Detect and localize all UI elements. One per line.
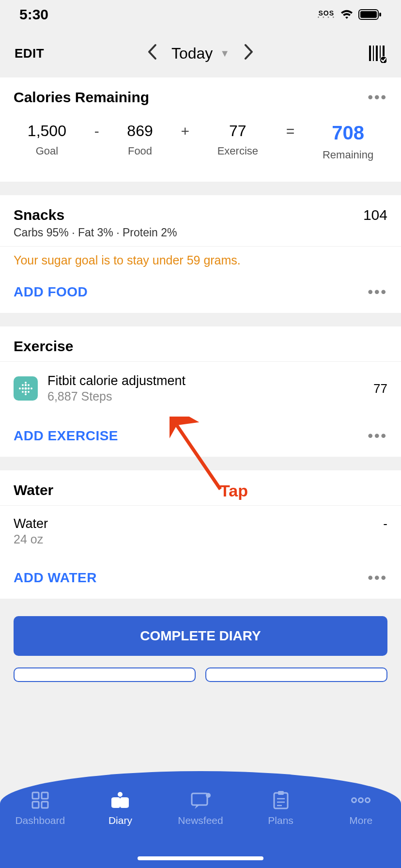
status-icons: SOS • • • •	[318, 9, 382, 20]
home-indicator[interactable]	[138, 856, 263, 860]
dashboard-icon	[31, 790, 50, 810]
svg-rect-23	[32, 792, 39, 799]
diary-icon	[109, 790, 131, 810]
edit-button[interactable]: EDIT	[15, 46, 44, 61]
snacks-macros: Carbs 95% · Fat 3% · Protein 2%	[14, 226, 363, 239]
outline-button-2[interactable]	[205, 667, 387, 682]
calories-card: Calories Remaining ••• 1,500 Goal - 869 …	[0, 78, 401, 182]
exercise-name: Fitbit calorie adjustment	[47, 373, 364, 388]
water-more-icon[interactable]: •••	[368, 570, 387, 586]
cal-food-value: 869	[127, 122, 153, 140]
wifi-icon	[340, 9, 354, 20]
exercise-title: Exercise	[14, 338, 73, 355]
exercise-detail: 6,887 Steps	[47, 389, 364, 403]
cal-remaining-label: Remaining	[323, 149, 373, 161]
tab-newsfeed-label: Newsfeed	[178, 815, 223, 826]
chevron-right-icon[interactable]	[244, 43, 254, 64]
cal-goal: 1,500 Goal	[28, 122, 66, 157]
cal-goal-value: 1,500	[28, 122, 66, 140]
svg-rect-4	[373, 46, 374, 61]
snacks-section: Snacks Carbs 95% · Fat 3% · Protein 2% 1…	[0, 195, 401, 313]
complete-section: COMPLETE DIARY	[0, 599, 401, 692]
svg-point-15	[22, 388, 24, 389]
barcode-scan-icon[interactable]	[367, 44, 386, 63]
plans-icon	[272, 790, 290, 810]
snacks-more-icon[interactable]: •••	[368, 284, 387, 300]
svg-point-18	[31, 388, 32, 389]
tab-dashboard[interactable]: Dashboard	[6, 790, 74, 826]
complete-diary-button[interactable]: COMPLETE DIARY	[14, 616, 387, 656]
sugar-warning: Your sugar goal is to stay under 59 gram…	[0, 246, 401, 271]
water-item[interactable]: Water 24 oz -	[0, 505, 401, 557]
chevron-left-icon[interactable]	[147, 43, 157, 64]
svg-point-11	[22, 384, 24, 386]
water-section: Water Water 24 oz - ADD WATER •••	[0, 470, 401, 599]
svg-point-14	[19, 388, 21, 389]
cal-goal-label: Goal	[28, 145, 66, 157]
water-name: Water	[14, 516, 48, 531]
svg-rect-5	[376, 46, 378, 61]
exercise-more-icon[interactable]: •••	[368, 428, 387, 444]
status-bar: 5:30 SOS • • • •	[0, 0, 401, 29]
tab-plans[interactable]: Plans	[247, 790, 315, 826]
svg-point-36	[359, 798, 363, 803]
svg-point-19	[22, 391, 24, 393]
minus-op: -	[94, 122, 99, 140]
calories-title: Calories Remaining	[14, 89, 149, 106]
tab-dashboard-label: Dashboard	[15, 815, 65, 826]
tab-newsfeed[interactable]: Newsfeed	[167, 790, 234, 826]
add-exercise-button[interactable]: ADD EXERCISE	[14, 428, 118, 444]
fitbit-icon	[14, 376, 38, 401]
water-value: -	[383, 516, 387, 546]
tab-diary[interactable]: Diary	[86, 790, 154, 826]
snacks-title: Snacks	[14, 207, 363, 223]
battery-icon	[358, 9, 382, 20]
svg-rect-2	[379, 13, 381, 16]
svg-point-20	[25, 391, 27, 393]
svg-rect-3	[369, 46, 371, 61]
calories-more-icon[interactable]: •••	[368, 89, 387, 106]
outline-button-1[interactable]	[14, 667, 196, 682]
svg-rect-31	[278, 791, 284, 795]
svg-rect-1	[360, 11, 377, 18]
exercise-item-fitbit[interactable]: Fitbit calorie adjustment 6,887 Steps 77	[0, 361, 401, 415]
tab-diary-label: Diary	[108, 815, 132, 826]
tab-more[interactable]: More	[327, 790, 395, 826]
svg-point-29	[206, 793, 211, 798]
add-water-button[interactable]: ADD WATER	[14, 570, 97, 586]
svg-point-10	[25, 382, 27, 384]
svg-point-12	[25, 384, 27, 386]
svg-point-37	[366, 798, 370, 803]
svg-point-35	[352, 798, 356, 803]
water-amount: 24 oz	[14, 532, 48, 546]
cal-remaining-value: 708	[323, 122, 373, 144]
svg-point-22	[25, 393, 27, 395]
newsfeed-icon	[190, 790, 211, 810]
snacks-value: 104	[363, 207, 387, 223]
nav-bar: EDIT Today ▼	[0, 29, 401, 78]
exercise-section: Exercise Fitbit calorie adjustment 6,887…	[0, 326, 401, 457]
svg-point-17	[28, 388, 30, 389]
water-title: Water	[14, 482, 53, 498]
cal-remaining: 708 Remaining	[323, 122, 373, 161]
cal-exercise-label: Exercise	[217, 145, 258, 157]
cal-food-label: Food	[127, 145, 153, 157]
tab-more-label: More	[349, 815, 372, 826]
tab-plans-label: Plans	[268, 815, 293, 826]
cal-exercise-value: 77	[217, 122, 258, 140]
svg-point-13	[28, 384, 30, 386]
svg-point-16	[25, 388, 27, 390]
tab-bar: Dashboard Diary Newsfeed Plans More	[0, 771, 401, 868]
svg-point-27	[118, 792, 123, 797]
exercise-item-value: 77	[373, 381, 387, 396]
svg-rect-25	[32, 802, 39, 808]
svg-rect-26	[42, 802, 48, 808]
dropdown-icon: ▼	[220, 48, 230, 59]
date-navigator: Today ▼	[147, 43, 254, 64]
date-selector[interactable]: Today ▼	[171, 45, 230, 62]
svg-rect-24	[42, 792, 48, 799]
more-icon	[350, 790, 371, 810]
svg-rect-28	[192, 793, 207, 805]
add-food-button[interactable]: ADD FOOD	[14, 284, 88, 300]
cal-food: 869 Food	[127, 122, 153, 157]
